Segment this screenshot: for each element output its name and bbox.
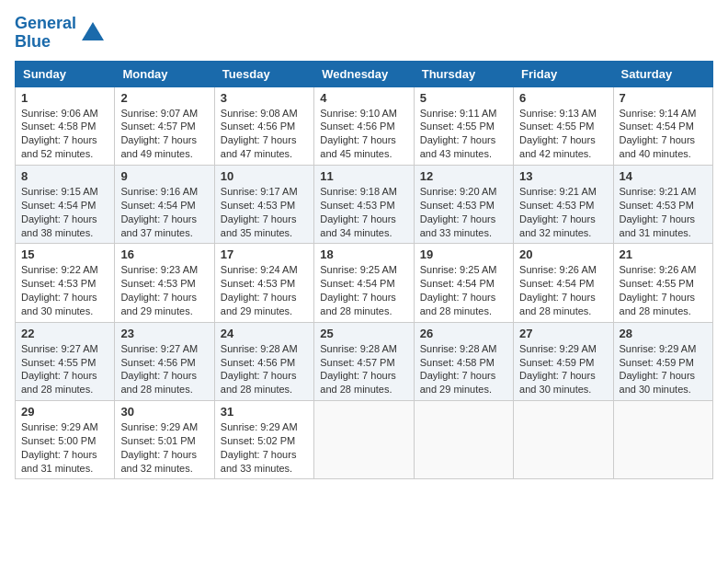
- day-info: Sunrise: 9:26 AM Sunset: 4:55 PM Dayligh…: [620, 263, 707, 317]
- day-info: Sunrise: 9:20 AM Sunset: 4:53 PM Dayligh…: [420, 185, 507, 239]
- week-row-2: 8 Sunrise: 9:15 AM Sunset: 4:54 PM Dayli…: [16, 165, 713, 243]
- weekday-header-row: SundayMondayTuesdayWednesdayThursdayFrid…: [16, 61, 713, 86]
- day-number: 18: [320, 247, 407, 261]
- weekday-header-wednesday: Wednesday: [314, 61, 414, 86]
- day-number: 23: [120, 327, 208, 340]
- day-info: Sunrise: 9:25 AM Sunset: 4:54 PM Dayligh…: [420, 263, 507, 317]
- calendar-cell: 17 Sunrise: 9:24 AM Sunset: 4:53 PM Dayl…: [214, 244, 313, 322]
- calendar-table: SundayMondayTuesdayWednesdayThursdayFrid…: [15, 61, 713, 480]
- calendar-cell: [314, 401, 414, 479]
- calendar-cell: 19 Sunrise: 9:25 AM Sunset: 4:54 PM Dayl…: [414, 244, 513, 322]
- calendar-cell: 27 Sunrise: 9:29 AM Sunset: 4:59 PM Dayl…: [514, 322, 613, 400]
- calendar-cell: [613, 401, 712, 479]
- day-info: Sunrise: 9:23 AM Sunset: 4:53 PM Dayligh…: [120, 263, 208, 317]
- page-header: General Blue: [15, 15, 713, 52]
- calendar-cell: 1 Sunrise: 9:06 AM Sunset: 4:58 PM Dayli…: [16, 86, 115, 165]
- calendar-cell: 24 Sunrise: 9:28 AM Sunset: 4:56 PM Dayl…: [214, 322, 313, 400]
- day-info: Sunrise: 9:28 AM Sunset: 4:58 PM Dayligh…: [420, 342, 507, 396]
- calendar-cell: 22 Sunrise: 9:27 AM Sunset: 4:55 PM Dayl…: [16, 322, 115, 400]
- day-number: 10: [221, 169, 308, 183]
- day-number: 31: [221, 405, 308, 419]
- calendar-cell: 14 Sunrise: 9:21 AM Sunset: 4:53 PM Dayl…: [613, 165, 712, 243]
- day-info: Sunrise: 9:14 AM Sunset: 4:54 PM Dayligh…: [620, 107, 707, 161]
- calendar-cell: 21 Sunrise: 9:26 AM Sunset: 4:55 PM Dayl…: [613, 244, 712, 322]
- calendar-cell: 8 Sunrise: 9:15 AM Sunset: 4:54 PM Dayli…: [16, 165, 115, 243]
- day-info: Sunrise: 9:24 AM Sunset: 4:53 PM Dayligh…: [221, 263, 308, 317]
- day-number: 5: [420, 91, 507, 105]
- day-info: Sunrise: 9:29 AM Sunset: 5:01 PM Dayligh…: [120, 420, 208, 475]
- day-info: Sunrise: 9:26 AM Sunset: 4:54 PM Dayligh…: [519, 263, 607, 317]
- day-number: 28: [620, 327, 707, 340]
- day-number: 8: [21, 169, 108, 183]
- calendar-cell: 31 Sunrise: 9:29 AM Sunset: 5:02 PM Dayl…: [214, 401, 313, 479]
- svg-marker-0: [82, 22, 104, 40]
- calendar-cell: 5 Sunrise: 9:11 AM Sunset: 4:55 PM Dayli…: [414, 86, 513, 165]
- weekday-header-monday: Monday: [115, 61, 214, 86]
- calendar-cell: 13 Sunrise: 9:21 AM Sunset: 4:53 PM Dayl…: [514, 165, 613, 243]
- day-info: Sunrise: 9:29 AM Sunset: 4:59 PM Dayligh…: [620, 342, 707, 396]
- day-number: 19: [420, 247, 507, 261]
- calendar-cell: 29 Sunrise: 9:29 AM Sunset: 5:00 PM Dayl…: [16, 401, 115, 479]
- day-number: 13: [519, 169, 607, 183]
- calendar-cell: 30 Sunrise: 9:29 AM Sunset: 5:01 PM Dayl…: [115, 401, 214, 479]
- logo-icon: [80, 20, 106, 46]
- calendar-cell: 2 Sunrise: 9:07 AM Sunset: 4:57 PM Dayli…: [115, 86, 214, 165]
- day-info: Sunrise: 9:27 AM Sunset: 4:55 PM Dayligh…: [21, 342, 108, 396]
- calendar-cell: 25 Sunrise: 9:28 AM Sunset: 4:57 PM Dayl…: [314, 322, 414, 400]
- day-number: 4: [320, 91, 407, 105]
- day-info: Sunrise: 9:29 AM Sunset: 4:59 PM Dayligh…: [519, 342, 607, 396]
- calendar-cell: 7 Sunrise: 9:14 AM Sunset: 4:54 PM Dayli…: [613, 86, 712, 165]
- day-number: 12: [420, 169, 507, 183]
- calendar-cell: 28 Sunrise: 9:29 AM Sunset: 4:59 PM Dayl…: [613, 322, 712, 400]
- day-number: 30: [120, 405, 208, 419]
- calendar-cell: 4 Sunrise: 9:10 AM Sunset: 4:56 PM Dayli…: [314, 86, 414, 165]
- day-info: Sunrise: 9:15 AM Sunset: 4:54 PM Dayligh…: [21, 185, 108, 239]
- week-row-3: 15 Sunrise: 9:22 AM Sunset: 4:53 PM Dayl…: [16, 244, 713, 322]
- day-info: Sunrise: 9:22 AM Sunset: 4:53 PM Dayligh…: [21, 263, 108, 317]
- calendar-cell: 12 Sunrise: 9:20 AM Sunset: 4:53 PM Dayl…: [414, 165, 513, 243]
- day-number: 14: [620, 169, 707, 183]
- day-number: 11: [320, 169, 407, 183]
- calendar-cell: [514, 401, 613, 479]
- day-info: Sunrise: 9:08 AM Sunset: 4:56 PM Dayligh…: [221, 107, 308, 161]
- weekday-header-saturday: Saturday: [613, 61, 712, 86]
- day-number: 26: [420, 327, 507, 340]
- day-info: Sunrise: 9:25 AM Sunset: 4:54 PM Dayligh…: [320, 263, 407, 317]
- day-info: Sunrise: 9:28 AM Sunset: 4:57 PM Dayligh…: [320, 342, 407, 396]
- calendar-cell: 23 Sunrise: 9:27 AM Sunset: 4:56 PM Dayl…: [115, 322, 214, 400]
- calendar-cell: 3 Sunrise: 9:08 AM Sunset: 4:56 PM Dayli…: [214, 86, 313, 165]
- day-number: 17: [221, 247, 308, 261]
- calendar-cell: 16 Sunrise: 9:23 AM Sunset: 4:53 PM Dayl…: [115, 244, 214, 322]
- week-row-5: 29 Sunrise: 9:29 AM Sunset: 5:00 PM Dayl…: [16, 401, 713, 479]
- calendar-cell: 6 Sunrise: 9:13 AM Sunset: 4:55 PM Dayli…: [514, 86, 613, 165]
- day-info: Sunrise: 9:29 AM Sunset: 5:02 PM Dayligh…: [221, 420, 308, 475]
- day-info: Sunrise: 9:07 AM Sunset: 4:57 PM Dayligh…: [120, 107, 208, 161]
- calendar-cell: 18 Sunrise: 9:25 AM Sunset: 4:54 PM Dayl…: [314, 244, 414, 322]
- day-info: Sunrise: 9:21 AM Sunset: 4:53 PM Dayligh…: [519, 185, 607, 239]
- weekday-header-friday: Friday: [514, 61, 613, 86]
- calendar-cell: 10 Sunrise: 9:17 AM Sunset: 4:53 PM Dayl…: [214, 165, 313, 243]
- logo: General Blue: [15, 15, 106, 52]
- calendar-cell: 15 Sunrise: 9:22 AM Sunset: 4:53 PM Dayl…: [16, 244, 115, 322]
- day-info: Sunrise: 9:10 AM Sunset: 4:56 PM Dayligh…: [320, 107, 407, 161]
- day-info: Sunrise: 9:16 AM Sunset: 4:54 PM Dayligh…: [120, 185, 208, 239]
- calendar-cell: 26 Sunrise: 9:28 AM Sunset: 4:58 PM Dayl…: [414, 322, 513, 400]
- day-number: 7: [620, 91, 707, 105]
- day-number: 20: [519, 247, 607, 261]
- weekday-header-thursday: Thursday: [414, 61, 513, 86]
- calendar-cell: 11 Sunrise: 9:18 AM Sunset: 4:53 PM Dayl…: [314, 165, 414, 243]
- calendar-cell: [414, 401, 513, 479]
- day-info: Sunrise: 9:27 AM Sunset: 4:56 PM Dayligh…: [120, 342, 208, 396]
- weekday-header-sunday: Sunday: [16, 61, 115, 86]
- weekday-header-tuesday: Tuesday: [214, 61, 313, 86]
- day-info: Sunrise: 9:13 AM Sunset: 4:55 PM Dayligh…: [519, 107, 607, 161]
- day-number: 3: [221, 91, 308, 105]
- week-row-1: 1 Sunrise: 9:06 AM Sunset: 4:58 PM Dayli…: [16, 86, 713, 165]
- day-info: Sunrise: 9:06 AM Sunset: 4:58 PM Dayligh…: [21, 107, 108, 161]
- day-info: Sunrise: 9:21 AM Sunset: 4:53 PM Dayligh…: [620, 185, 707, 239]
- day-number: 15: [21, 247, 108, 261]
- day-info: Sunrise: 9:28 AM Sunset: 4:56 PM Dayligh…: [221, 342, 308, 396]
- day-info: Sunrise: 9:17 AM Sunset: 4:53 PM Dayligh…: [221, 185, 308, 239]
- day-info: Sunrise: 9:29 AM Sunset: 5:00 PM Dayligh…: [21, 420, 108, 475]
- day-number: 22: [21, 327, 108, 340]
